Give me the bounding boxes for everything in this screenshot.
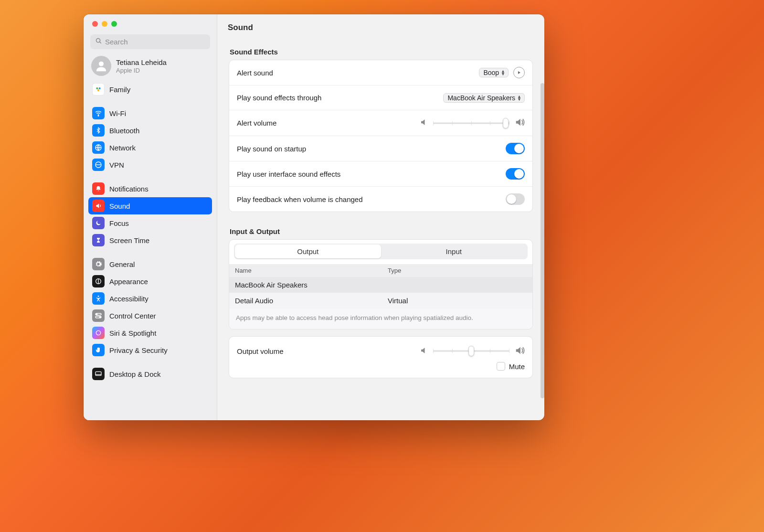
device-row[interactable]: Detail Audio Virtual <box>229 293 532 309</box>
sidebar-item-label: Control Center <box>109 312 156 320</box>
sidebar-item-label: Family <box>109 85 130 94</box>
svg-point-5 <box>97 89 99 91</box>
sidebar-item-label: General <box>109 260 135 268</box>
sidebar: Tetiana Leheida Apple ID Family Wi-Fi <box>84 14 217 420</box>
minimize-window-button[interactable] <box>102 21 107 27</box>
alert-sound-popup[interactable]: Boop ▲▼ <box>479 68 509 77</box>
sidebar-item-screen-time[interactable]: Screen Time <box>88 232 212 249</box>
mute-checkbox[interactable] <box>497 362 505 371</box>
device-name: Detail Audio <box>235 297 388 305</box>
speaker-high-icon <box>514 345 525 357</box>
sidebar-item-label: Accessibility <box>109 295 149 303</box>
svg-point-12 <box>96 314 97 315</box>
startup-sound-toggle[interactable] <box>506 143 525 154</box>
row-mute: Mute <box>229 362 532 378</box>
section-io-title: Input & Output <box>230 227 532 235</box>
alert-sound-value: Boop <box>483 69 499 76</box>
sidebar-item-appearance[interactable]: Appearance <box>88 273 212 290</box>
window-controls <box>84 14 217 30</box>
sidebar-item-focus[interactable]: Focus <box>88 214 212 232</box>
sidebar-item-notifications[interactable]: Notifications <box>88 180 212 197</box>
sidebar-item-bluetooth[interactable]: Bluetooth <box>88 122 212 139</box>
bluetooth-icon <box>92 124 105 137</box>
play-through-popup[interactable]: MacBook Air Speakers ▲▼ <box>443 93 525 103</box>
sidebar-item-vpn[interactable]: VPN <box>88 156 212 173</box>
vpn-icon <box>92 159 105 171</box>
chevron-up-down-icon: ▲▼ <box>501 70 505 75</box>
row-ui-sounds: Play user interface sound effects <box>229 161 532 187</box>
device-table-header: Name Type <box>229 264 532 277</box>
device-row[interactable]: MacBook Air Speakers <box>229 277 532 293</box>
fullscreen-window-button[interactable] <box>111 21 117 27</box>
accessibility-icon <box>92 292 105 305</box>
gear-icon <box>92 258 105 270</box>
search-field[interactable] <box>90 34 210 49</box>
sidebar-item-label: Network <box>109 144 136 152</box>
sidebar-item-siri-spotlight[interactable]: Siri & Spotlight <box>88 324 212 341</box>
sidebar-item-wifi[interactable]: Wi-Fi <box>88 105 212 122</box>
sidebar-scroll[interactable]: Tetiana Leheida Apple ID Family Wi-Fi <box>84 53 217 420</box>
col-name: Name <box>235 267 388 274</box>
row-startup-sound: Play sound on startup <box>229 136 532 161</box>
alert-volume-slider[interactable] <box>433 118 509 128</box>
close-window-button[interactable] <box>92 21 98 27</box>
alert-sound-label: Alert sound <box>237 69 273 77</box>
sidebar-item-privacy-security[interactable]: Privacy & Security <box>88 341 212 359</box>
device-type: Virtual <box>388 297 527 305</box>
sidebar-item-label: Appearance <box>109 277 148 286</box>
sidebar-item-family[interactable]: Family <box>88 81 212 98</box>
main-panel: Sound Sound Effects Alert sound Boop ▲▼ <box>217 14 544 420</box>
output-volume-label: Output volume <box>237 347 284 355</box>
svg-point-10 <box>98 296 99 297</box>
svg-point-2 <box>99 62 104 66</box>
sidebar-item-label: Screen Time <box>109 236 149 245</box>
appearance-icon <box>92 275 105 287</box>
mute-label: Mute <box>509 362 525 371</box>
alert-volume-label: Alert volume <box>237 119 276 127</box>
search-input[interactable] <box>105 38 205 46</box>
content-scroll[interactable]: Sound Effects Alert sound Boop ▲▼ <box>217 39 544 420</box>
io-card: Output Input Name Type MacBook Air Speak… <box>229 239 533 330</box>
chevron-up-down-icon: ▲▼ <box>517 95 521 101</box>
apple-id-account[interactable]: Tetiana Leheida Apple ID <box>88 53 212 81</box>
sidebar-item-desktop-dock[interactable]: Desktop & Dock <box>88 365 212 383</box>
ui-sounds-toggle[interactable] <box>506 168 525 180</box>
hand-icon <box>92 344 105 356</box>
row-volume-feedback: Play feedback when volume is changed <box>229 187 532 212</box>
sidebar-item-label: Wi-Fi <box>109 109 126 117</box>
row-alert-volume: Alert volume <box>229 110 532 136</box>
svg-line-1 <box>100 42 101 43</box>
sidebar-item-control-center[interactable]: Control Center <box>88 307 212 324</box>
switches-icon <box>92 309 105 322</box>
svg-point-6 <box>98 116 99 117</box>
sidebar-item-network[interactable]: Network <box>88 139 212 156</box>
device-name: MacBook Air Speakers <box>235 281 388 289</box>
sidebar-item-label: Sound <box>109 202 130 210</box>
device-type <box>388 281 527 289</box>
svg-point-14 <box>99 317 100 318</box>
account-text: Tetiana Leheida Apple ID <box>116 58 167 74</box>
svg-point-15 <box>96 330 100 335</box>
sidebar-item-label: VPN <box>109 161 124 169</box>
scrollbar[interactable] <box>541 83 544 398</box>
play-alert-sound-button[interactable] <box>513 67 525 78</box>
sidebar-item-accessibility[interactable]: Accessibility <box>88 290 212 307</box>
sidebar-item-label: Siri & Spotlight <box>109 329 156 337</box>
sidebar-item-general[interactable]: General <box>88 255 212 273</box>
family-icon <box>92 83 105 96</box>
sidebar-item-sound[interactable]: Sound <box>88 197 212 214</box>
row-alert-sound: Alert sound Boop ▲▼ <box>229 60 532 85</box>
svg-point-0 <box>96 39 100 43</box>
volume-feedback-toggle[interactable] <box>506 193 525 205</box>
search-icon <box>95 37 102 46</box>
speaker-icon <box>92 200 105 212</box>
speaker-high-icon <box>514 117 525 129</box>
output-volume-slider[interactable] <box>433 346 509 356</box>
wifi-icon <box>92 107 105 119</box>
volume-feedback-label: Play feedback when volume is changed <box>237 195 363 203</box>
svg-point-3 <box>96 87 98 89</box>
svg-rect-16 <box>96 372 101 375</box>
tab-input[interactable]: Input <box>381 245 527 258</box>
tab-output[interactable]: Output <box>235 245 381 258</box>
dock-icon <box>92 368 105 380</box>
